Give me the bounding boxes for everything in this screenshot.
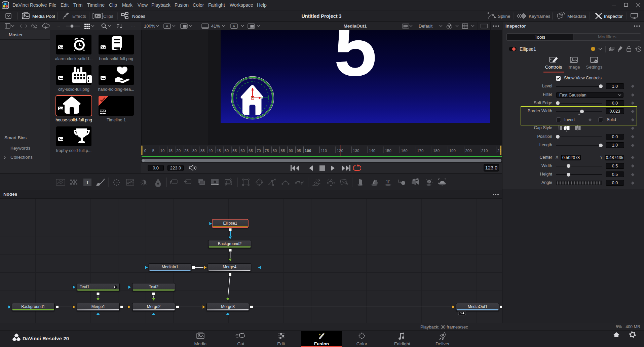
- svg-text:90: 90: [289, 149, 293, 153]
- svg-text:70: 70: [257, 149, 261, 153]
- svg-text:Inspector: Inspector: [505, 24, 526, 29]
- svg-text:100: 100: [305, 149, 311, 153]
- svg-text:55: 55: [232, 149, 237, 153]
- svg-text:50: 50: [224, 149, 229, 153]
- svg-text:Untitled Project 3: Untitled Project 3: [301, 13, 341, 19]
- svg-text:85: 85: [281, 149, 285, 153]
- svg-text:A: A: [233, 24, 235, 28]
- svg-text:200: 200: [465, 149, 471, 153]
- svg-text:170: 170: [417, 149, 423, 153]
- svg-text:Media Pool: Media Pool: [32, 14, 55, 19]
- svg-text:Image: Image: [567, 65, 580, 70]
- svg-text:Spline: Spline: [498, 14, 510, 19]
- svg-text:Settings: Settings: [586, 65, 603, 70]
- svg-text:0: 0: [144, 149, 146, 153]
- svg-text:80: 80: [273, 149, 277, 153]
- svg-text:95: 95: [297, 149, 301, 153]
- svg-text:210: 210: [481, 149, 488, 153]
- svg-text:180: 180: [433, 149, 440, 153]
- svg-text:60: 60: [240, 149, 245, 153]
- svg-text:25: 25: [184, 149, 189, 153]
- svg-text:190: 190: [449, 149, 456, 153]
- svg-text:Metadata: Metadata: [567, 14, 586, 19]
- svg-text:160: 160: [401, 149, 408, 153]
- svg-text:T: T: [386, 179, 390, 184]
- svg-text:20: 20: [176, 149, 181, 153]
- svg-text:...: ...: [56, 23, 60, 28]
- svg-text:35: 35: [200, 149, 205, 153]
- svg-text:Clips: Clips: [103, 14, 113, 19]
- svg-text:Nodes: Nodes: [132, 14, 145, 19]
- svg-text:30: 30: [192, 149, 197, 153]
- svg-text:110: 110: [321, 149, 327, 153]
- svg-text:Keyframes: Keyframes: [529, 14, 551, 19]
- svg-text:Default: Default: [419, 24, 433, 29]
- svg-text:130: 130: [353, 149, 359, 153]
- svg-text:...: ...: [131, 23, 135, 28]
- svg-text:A: A: [166, 24, 168, 28]
- svg-text:Inspector: Inspector: [604, 14, 623, 19]
- svg-text:41%: 41%: [211, 24, 220, 29]
- svg-text:100%: 100%: [144, 24, 155, 29]
- svg-text:5: 5: [152, 149, 154, 153]
- svg-text:Effects: Effects: [72, 14, 86, 19]
- svg-text:40: 40: [209, 149, 213, 153]
- svg-text:10: 10: [160, 149, 165, 153]
- svg-text:T: T: [86, 180, 89, 185]
- svg-text:45: 45: [217, 149, 221, 153]
- svg-text:15: 15: [168, 149, 173, 153]
- svg-text:150: 150: [385, 149, 391, 153]
- svg-text:65: 65: [249, 149, 253, 153]
- svg-text:Controls: Controls: [545, 65, 562, 70]
- svg-text:140: 140: [369, 149, 375, 153]
- svg-text:75: 75: [265, 149, 269, 153]
- svg-text:MediaOut1: MediaOut1: [343, 24, 367, 29]
